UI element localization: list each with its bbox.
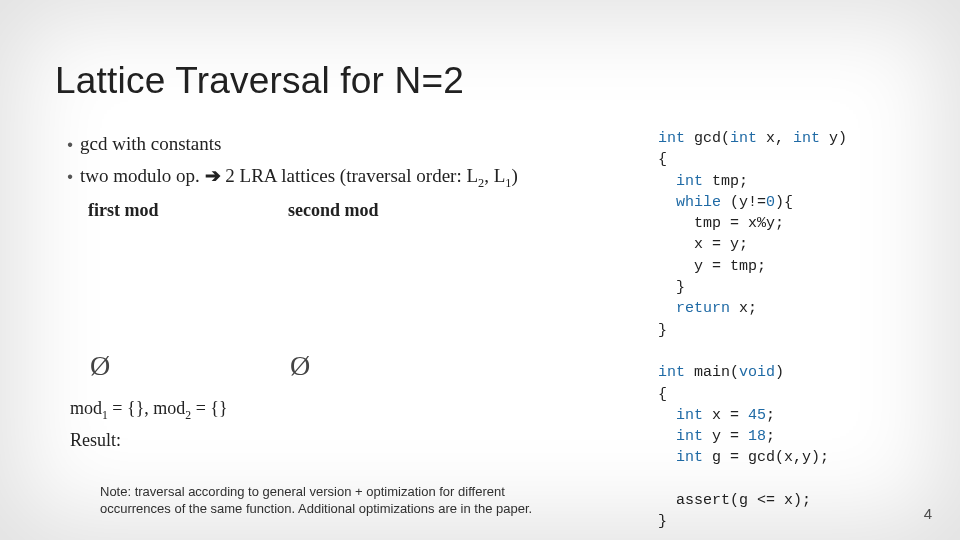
- modline-post: = {}: [191, 398, 227, 418]
- code-t: x = y;: [658, 236, 748, 253]
- kw-int: int: [658, 364, 685, 381]
- code-t: g = gcd(x,y);: [703, 449, 829, 466]
- head-second-mod: second mod: [288, 200, 488, 221]
- bullet-2-posta: 2 LRA lattices (traversal order: L: [221, 165, 478, 186]
- arrow-icon: ➔: [205, 165, 221, 186]
- slide: Lattice Traversal for N=2 • gcd with con…: [0, 0, 960, 540]
- kw-int: int: [793, 130, 820, 147]
- code-t: {: [658, 386, 667, 403]
- kw-int: int: [676, 449, 703, 466]
- code-t: }: [658, 513, 667, 530]
- emptyset-row: Ø Ø: [90, 350, 490, 382]
- bullet-1: • gcd with constants: [60, 130, 620, 158]
- head-first-mod: first mod: [88, 200, 288, 221]
- kw-return: return: [676, 300, 730, 317]
- code-t: y =: [703, 428, 748, 445]
- bullet-dot-icon: •: [60, 165, 80, 188]
- code-t: ){: [775, 194, 793, 211]
- code-t: }: [658, 279, 685, 296]
- modline-pre: mod: [70, 398, 102, 418]
- bullet-2-mid: , L: [484, 165, 505, 186]
- code-t: assert(g <= x);: [658, 492, 811, 509]
- code-t: }: [658, 322, 667, 339]
- kw-int: int: [676, 407, 703, 424]
- footnote: Note: traversal according to general ver…: [100, 484, 560, 518]
- emptyset-2: Ø: [290, 350, 490, 382]
- kw-int: int: [676, 173, 703, 190]
- bullet-1-text: gcd with constants: [80, 130, 620, 158]
- code-t: (y!=: [721, 194, 766, 211]
- emptyset-icon: Ø: [90, 350, 110, 381]
- emptyset-icon: Ø: [290, 350, 310, 381]
- code-t: x =: [703, 407, 748, 424]
- num: 0: [766, 194, 775, 211]
- result-label: Result:: [70, 430, 121, 451]
- kw-int: int: [676, 428, 703, 445]
- num: 18: [748, 428, 766, 445]
- kw-void: void: [739, 364, 775, 381]
- code-t: ): [775, 364, 784, 381]
- slide-title: Lattice Traversal for N=2: [55, 60, 464, 102]
- code-t: {: [658, 151, 667, 168]
- bullet-2-text: two modulo op. ➔ 2 LRA lattices (travers…: [80, 162, 620, 193]
- code-t: x,: [757, 130, 793, 147]
- bullet-2-pre: two modulo op.: [80, 165, 205, 186]
- code-t: x;: [730, 300, 757, 317]
- kw-int: int: [730, 130, 757, 147]
- mod-assignments: mod1 = {}, mod2 = {}: [70, 398, 228, 422]
- code-t: y): [820, 130, 847, 147]
- code-t: tmp;: [703, 173, 748, 190]
- code-t: ;: [766, 407, 775, 424]
- num: 45: [748, 407, 766, 424]
- bullet-dot-icon: •: [60, 133, 80, 156]
- code-t: main(: [685, 364, 739, 381]
- bullet-list: • gcd with constants • two modulo op. ➔ …: [60, 130, 620, 196]
- bullet-2: • two modulo op. ➔ 2 LRA lattices (trave…: [60, 162, 620, 193]
- code-t: y = tmp;: [658, 258, 766, 275]
- bullet-2-close: ): [511, 165, 517, 186]
- code-t: tmp = x%y;: [658, 215, 784, 232]
- code-block: int gcd(int x, int y) { int tmp; while (…: [658, 128, 847, 533]
- kw-while: while: [676, 194, 721, 211]
- column-heads: first mod second mod: [88, 200, 488, 221]
- code-t: gcd(: [685, 130, 730, 147]
- kw-int: int: [658, 130, 685, 147]
- modline-mid: = {}, mod: [108, 398, 185, 418]
- page-number: 4: [924, 505, 932, 522]
- code-t: ;: [766, 428, 775, 445]
- emptyset-1: Ø: [90, 350, 290, 382]
